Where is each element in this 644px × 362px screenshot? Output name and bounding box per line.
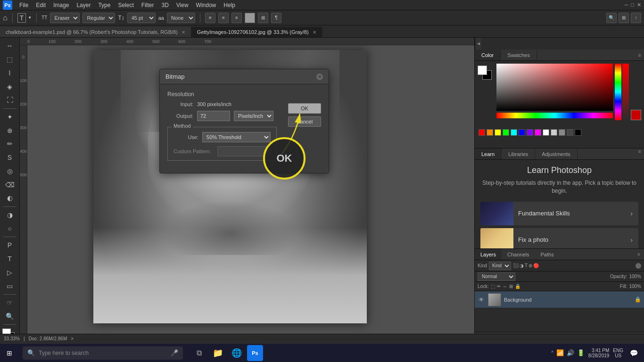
dodge-btn[interactable]: ○ [2,222,17,235]
swatch-violet[interactable] [527,129,533,136]
color-tab[interactable]: Color [475,49,501,60]
type-btn[interactable]: T [2,253,17,265]
swatch-gray[interactable] [559,129,565,136]
paths-tab[interactable]: Paths [535,249,560,260]
brush-btn[interactable]: ✏ [2,138,17,150]
swatch-cyan[interactable] [511,129,517,136]
swatch-black[interactable] [575,129,581,136]
hue-slider[interactable] [496,113,613,118]
swatch-orange[interactable] [487,129,493,136]
chrome-btn[interactable]: 🌐 [228,345,245,362]
font-family-select[interactable]: Eraser [50,13,80,23]
marquee-tool-btn[interactable]: ⬚ [2,53,17,66]
search-icon[interactable]: 🔍 [606,13,617,23]
menu-window[interactable]: Window [193,1,220,9]
menu-image[interactable]: Image [50,1,72,9]
menu-view[interactable]: View [173,1,192,9]
swatch-dgray[interactable] [567,129,573,136]
swatch-red[interactable] [479,129,485,136]
output-value-input[interactable] [197,111,230,121]
close-icon[interactable]: ✕ [637,2,641,8]
zoom-btn[interactable]: 🔍 [2,310,17,323]
gradient-btn[interactable]: ◐ [2,192,17,205]
learn-panel-menu[interactable]: ≡ [638,148,644,159]
menu-3d[interactable]: 3D [158,1,172,9]
color-panel-menu[interactable]: ≡ [638,52,644,58]
menu-filter[interactable]: Filter [138,1,157,9]
menu-help[interactable]: Help [220,1,239,9]
tab-chalkboard[interactable]: chalkboard-example1.psd @ 66.7% (Robert'… [0,27,191,37]
swatch-lgray[interactable] [551,129,557,136]
healing-btn[interactable]: ⊕ [2,124,17,137]
notification-center-btn[interactable]: 💬 [627,346,640,360]
hand-btn[interactable]: ☞ [2,296,17,309]
swatches-tab[interactable]: Swatches [501,49,537,60]
move-tool-btn[interactable]: ↔ [2,40,17,52]
fg-color-swatch[interactable] [478,66,487,75]
photoshop-btn[interactable]: Ps [247,345,263,361]
battery-icon[interactable]: 🔋 [577,349,585,356]
filter-smart-icon[interactable]: ⊛ [528,263,532,268]
eraser-btn[interactable]: ⌫ [2,178,17,191]
filter-toggle[interactable] [636,263,641,269]
hue-bar-vertical[interactable] [615,64,621,120]
taskbar-search-box[interactable]: 🔍 Type here to search 🎤 [23,346,183,360]
menu-select[interactable]: Select [115,1,137,9]
minimize-icon[interactable]: ─ [625,2,628,8]
adjustments-tab[interactable]: Adjustments [535,148,578,159]
file-explorer-btn[interactable]: 📁 [209,345,226,362]
layer-background[interactable]: 👁 Background 🔒 [475,291,644,308]
layers-panel-menu[interactable]: ≡ [637,252,644,257]
stamp-btn[interactable]: S [2,151,17,164]
menu-type[interactable]: Type [95,1,114,9]
swatch-yellow[interactable] [495,129,501,136]
filter-type-icon[interactable]: T [525,263,528,268]
object-sel-btn[interactable]: ◈ [2,80,17,93]
maximize-icon[interactable]: □ [631,2,634,8]
alpha-bar-vertical[interactable] [622,64,629,120]
tab-chalkboard-close[interactable]: ✕ [182,30,185,35]
lock-all-icon[interactable]: 🔒 [515,284,520,289]
align-right-icon[interactable]: ≡ [231,13,242,23]
kind-select[interactable]: Kind [489,262,511,270]
lock-move-icon[interactable]: ↔ [503,284,507,289]
status-arrow[interactable]: > [71,336,74,341]
pen-btn[interactable]: P [2,239,17,252]
task-view-btn[interactable]: ⧉ [190,345,207,362]
swatch-blue[interactable] [519,129,525,136]
lock-paint-icon[interactable]: ✏ [497,284,501,289]
tab-gettyimages[interactable]: GettyImages-1092706102.jpg @ 33.3% (Gray… [191,27,322,37]
learn-card-fundamental[interactable]: Fundamental Skills › [480,202,638,225]
filter-pixel-icon[interactable]: ⬛ [513,263,519,268]
path-sel-btn[interactable]: ▷ [2,266,17,279]
learn-tab[interactable]: Learn [475,148,502,159]
text-color-swatch[interactable] [245,13,255,23]
current-color-swatch[interactable] [631,110,641,120]
menu-edit[interactable]: Edit [33,1,49,9]
volume-icon[interactable]: 🔊 [567,349,574,356]
layers-tab[interactable]: Layers [475,249,502,260]
menu-layer[interactable]: Layer [73,1,94,9]
menu-file[interactable]: File [16,1,32,9]
lock-transparent-icon[interactable]: ⬚ [491,284,495,289]
lasso-tool-btn[interactable]: ⌇ [2,67,17,80]
swatch-green[interactable] [503,129,509,136]
blur-btn[interactable]: ◑ [2,209,17,222]
start-button[interactable]: ⊞ [0,344,19,362]
eyedropper-btn[interactable]: ✦ [2,111,17,123]
filter-adjust-icon[interactable]: ◑ [520,263,524,268]
channels-tab[interactable]: Channels [502,249,535,260]
workspace-icon[interactable]: ⊞ [619,13,629,23]
home-button[interactable]: ⌂ [3,14,8,22]
blend-mode-select[interactable]: Normal [478,272,515,281]
panel-collapse-handle[interactable]: ◀ [475,38,481,49]
filter-color-icon[interactable]: 🔴 [533,263,539,268]
taskbar-mic-icon[interactable]: 🎤 [171,349,178,356]
tab-gettyimages-close[interactable]: ✕ [313,30,316,35]
lock-artboard-icon[interactable]: ⊞ [509,284,513,289]
history-btn[interactable]: ◎ [2,165,17,178]
swatch-white[interactable] [543,129,549,136]
character-panel-icon[interactable]: ¶ [271,13,281,23]
align-left-icon[interactable]: ≡ [205,13,215,23]
align-center-icon[interactable]: ≡ [218,13,229,23]
